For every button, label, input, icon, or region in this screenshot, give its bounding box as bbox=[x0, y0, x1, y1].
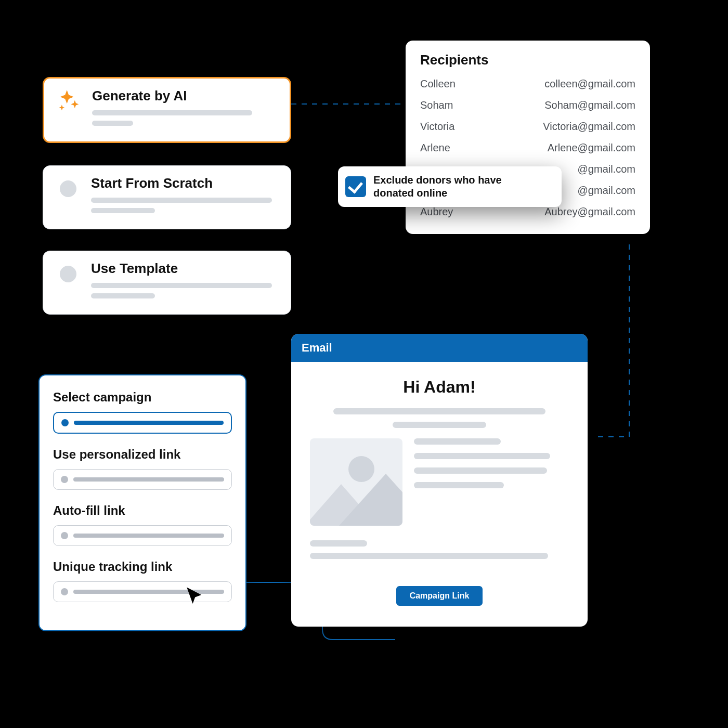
placeholder-bar bbox=[310, 553, 548, 559]
recipients-title: Recipients bbox=[420, 52, 635, 68]
exclude-donors-label: Exclude donors who have donated online bbox=[373, 174, 540, 200]
placeholder-bar bbox=[333, 408, 545, 414]
placeholder-bar bbox=[414, 482, 504, 488]
option-use-template[interactable]: Use Template bbox=[43, 251, 291, 315]
cursor-icon bbox=[184, 586, 206, 609]
checkbox-checked-icon[interactable] bbox=[345, 176, 366, 197]
image-placeholder-icon bbox=[310, 438, 402, 526]
option-generate-ai[interactable]: Generate by AI bbox=[43, 77, 291, 143]
option-title: Start From Scratch bbox=[91, 175, 279, 191]
field-label: Select campaign bbox=[53, 390, 232, 405]
recipient-row[interactable]: Colleencolleen@gmail.com bbox=[420, 73, 635, 95]
recipient-row[interactable]: ArleneArlene@gmail.com bbox=[420, 137, 635, 159]
email-preview-panel: Email Hi Adam! Campaign Link bbox=[291, 334, 588, 627]
recipient-row[interactable]: SohamSoham@gmail.com bbox=[420, 95, 635, 116]
email-header: Email bbox=[291, 334, 588, 362]
campaign-link-button[interactable]: Campaign Link bbox=[396, 586, 483, 606]
placeholder-bar bbox=[91, 283, 272, 288]
placeholder-bar bbox=[414, 453, 550, 459]
placeholder-bar bbox=[414, 467, 547, 474]
placeholder-bar bbox=[393, 422, 486, 428]
placeholder-bar bbox=[91, 293, 155, 298]
radio-icon bbox=[55, 261, 82, 288]
email-greeting: Hi Adam! bbox=[310, 378, 569, 397]
sparkles-icon bbox=[56, 88, 83, 115]
placeholder-bar bbox=[310, 540, 367, 547]
exclude-donors-toggle[interactable]: Exclude donors who have donated online bbox=[338, 166, 562, 207]
placeholder-bar bbox=[414, 438, 501, 445]
placeholder-bar bbox=[91, 198, 272, 203]
option-title: Use Template bbox=[91, 261, 279, 277]
option-start-scratch[interactable]: Start From Scratch bbox=[43, 165, 291, 229]
option-title: Generate by AI bbox=[92, 88, 278, 104]
select-campaign-field[interactable] bbox=[53, 412, 232, 434]
personalized-link-field[interactable] bbox=[53, 469, 232, 490]
field-label: Auto-fill link bbox=[53, 503, 232, 518]
recipient-row[interactable]: VictoriaVictoria@gmail.com bbox=[420, 116, 635, 137]
placeholder-bar bbox=[92, 110, 252, 115]
autofill-link-field[interactable] bbox=[53, 525, 232, 546]
campaign-panel: Select campaign Use personalized link Au… bbox=[38, 374, 246, 631]
field-label: Unique tracking link bbox=[53, 560, 232, 574]
placeholder-bar bbox=[92, 121, 133, 126]
placeholder-bar bbox=[91, 208, 155, 213]
radio-icon bbox=[55, 175, 82, 202]
field-label: Use personalized link bbox=[53, 447, 232, 462]
